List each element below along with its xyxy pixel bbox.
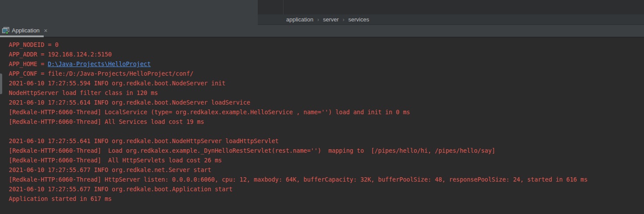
editor-empty-area	[0, 0, 258, 25]
console-line: 2021-06-10 17:27:55.677 INFO org.redkale…	[9, 184, 644, 194]
console-line: NodeHttpServer load filter class in 120 …	[9, 88, 644, 98]
breadcrumb-item-server[interactable]: server	[323, 16, 339, 23]
tab-label: Application	[12, 27, 40, 34]
breadcrumb-separator-icon: ›	[317, 17, 319, 23]
console-line: [Redkale-HTTP:6060-Thread] All HttpServl…	[9, 155, 644, 165]
console-text: [Redkale-HTTP:6060-Thread] HttpServer li…	[9, 176, 588, 183]
console-text: [Redkale-HTTP:6060-Thread] Load org.redk…	[9, 147, 495, 154]
console-text: 2021-06-10 17:27:55.641 INFO org.redkale…	[9, 137, 279, 144]
breadcrumb: application›server›services	[258, 14, 644, 25]
editor-split-divider	[283, 0, 284, 14]
console-line: 2021-06-10 17:27:55.677 INFO org.redkale…	[9, 165, 644, 175]
console-line: 2021-06-10 17:27:55.641 INFO org.redkale…	[9, 136, 644, 146]
close-icon[interactable]: ×	[44, 28, 48, 34]
console-text: 2021-06-10 17:27:55.677 INFO org.redkale…	[9, 166, 211, 173]
vertical-scrollbar-thumb[interactable]	[0, 74, 2, 94]
breadcrumb-separator-icon: ›	[343, 17, 344, 23]
console-line: APP_ADDR = 192.168.124.2:5150	[9, 49, 644, 59]
console-text: APP_ADDR = 192.168.124.2:5150	[9, 51, 112, 58]
console-line: Application started in 617 ms	[9, 194, 644, 203]
console-text: APP_CONF = file:/D:/Java-Projects/HelloP…	[9, 70, 194, 77]
console-text: [Redkale-HTTP:6060-Thread] LocalService …	[9, 109, 410, 116]
console-text: 2021-06-10 17:27:55.594 INFO org.redkale…	[9, 80, 225, 87]
console-text: [Redkale-HTTP:6060-Thread] All HttpServl…	[9, 157, 222, 164]
console-line: [Redkale-HTTP:6060-Thread] LocalService …	[9, 107, 644, 117]
console-text: [Redkale-HTTP:6060-Thread] All Services …	[9, 118, 204, 125]
console-text: NodeHttpServer load filter class in 120 …	[9, 89, 158, 96]
console-line: APP_NODEID = 0	[9, 40, 644, 49]
console-line: [Redkale-HTTP:6060-Thread] All Services …	[9, 117, 644, 126]
console-text: Application started in 617 ms	[9, 195, 112, 202]
breadcrumb-item-application[interactable]: application	[286, 16, 313, 23]
console-line	[9, 126, 644, 136]
editor-top-strip	[258, 0, 644, 14]
console-line: 2021-06-10 17:27:55.614 INFO org.redkale…	[9, 98, 644, 107]
console-text: APP_HOME =	[9, 60, 48, 67]
console-line: [Redkale-HTTP:6060-Thread] Load org.redk…	[9, 146, 644, 155]
console-file-link[interactable]: D:\Java-Projects\HelloProject	[48, 60, 151, 67]
console-line: APP_CONF = file:/D:/Java-Projects/HelloP…	[9, 69, 644, 78]
console-text: APP_NODEID = 0	[9, 41, 59, 48]
console-text: 2021-06-10 17:27:55.614 INFO org.redkale…	[9, 99, 250, 106]
run-console-icon	[2, 27, 10, 34]
console-line: 2021-06-10 17:27:55.594 INFO org.redkale…	[9, 78, 644, 88]
tab-underline	[0, 35, 44, 37]
breadcrumb-item-services[interactable]: services	[348, 16, 369, 23]
console-output[interactable]: APP_NODEID = 0APP_ADDR = 192.168.124.2:5…	[0, 38, 644, 214]
tab-application[interactable]: Application ×	[0, 25, 50, 36]
console-text: 2021-06-10 17:27:55.677 INFO org.redkale…	[9, 186, 232, 193]
tool-window-tab-bar: Application ×	[0, 25, 644, 38]
console-line: [Redkale-HTTP:6060-Thread] HttpServer li…	[9, 175, 644, 184]
console-line: APP_HOME = D:\Java-Projects\HelloProject	[9, 59, 644, 69]
